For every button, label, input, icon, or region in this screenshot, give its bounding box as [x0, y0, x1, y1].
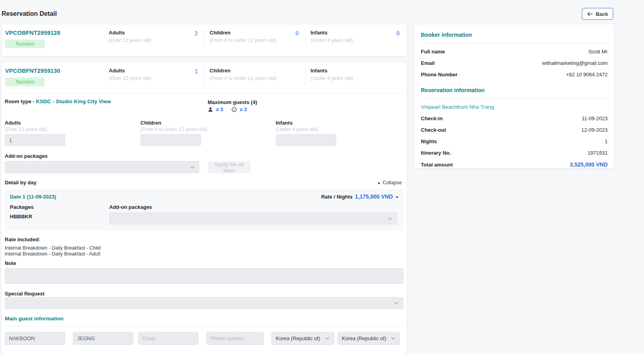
checkout-value: 12-09-2023 [581, 127, 608, 133]
children-count: 0 [295, 30, 299, 55]
special-request-label: Special Request [5, 291, 44, 297]
max-guests-label: Maximum guests (4) [208, 99, 257, 105]
back-button[interactable]: Back [582, 8, 613, 20]
back-arrow-icon [587, 11, 593, 17]
collapse-label: Collapse [383, 180, 402, 186]
nights-value: 1 [605, 138, 608, 144]
status-badge: Success [5, 78, 45, 86]
page-title: Reservation Detail [2, 10, 57, 17]
special-request-select[interactable] [5, 297, 403, 309]
chevron-down-icon [387, 216, 393, 221]
adults-sublabel: (Over 12 years old) [109, 38, 151, 43]
children-summary: Children (From 4 to under 12 years old) [205, 62, 305, 93]
day-date-label: Date 1 (11-09-2023) [10, 194, 56, 200]
infants-sublabel: (Under 4 years old) [276, 127, 318, 132]
guest-phone-input[interactable]: Phone number [206, 332, 264, 345]
addon-packages-label: Add-on packages [5, 153, 47, 159]
checkout-label: Check-out [421, 127, 446, 133]
children-label: Children [210, 68, 277, 74]
total-amount-row: Total amount 3,525,000 VND [421, 161, 608, 168]
booker-information-heading: Booker information [421, 25, 608, 38]
rate-nights-label: Rate / Nights [321, 194, 352, 200]
infants-summary: Infants (Under 4 years old) 0 [305, 25, 406, 55]
guest-nationality-select[interactable]: Korea (Republic of) [337, 332, 400, 345]
apply-all-days-button[interactable]: Apply for all days [208, 161, 250, 173]
adults-summary: Adults (Over 12 years old) 1 [104, 62, 205, 93]
children-input[interactable] [140, 134, 201, 146]
day-rate-toggle[interactable]: Rate / Nights 1,175,000 VND ▲ [321, 193, 399, 200]
addon-packages-select[interactable] [5, 161, 199, 173]
children-label: Children [140, 120, 161, 126]
guest-email-input[interactable]: Email [138, 332, 199, 345]
package-value: HBBBKR [10, 214, 32, 220]
adults-label: Adults [109, 30, 151, 36]
reservation-detail-page: Reservation Detail Back VPCOBFNT2959128 … [0, 0, 644, 354]
checkout-row: Check-out 12-09-2023 [421, 127, 608, 133]
guest-first-name-value: NAKBOON [9, 335, 35, 341]
booker-email-row: Email withallmarketing@gmail.com [421, 60, 608, 66]
phone-label: Phone Number [421, 72, 457, 78]
booking-info-panel: Booker information Full name Scott Mr Em… [415, 25, 614, 168]
collapse-toggle[interactable]: ▲ Collapse [377, 180, 402, 186]
booker-phone-row: Phone Number +82 10 9064 2472 [421, 72, 608, 78]
adults-label: Adults [109, 68, 151, 74]
children-summary: Children (From 4 to under 12 years old) … [205, 25, 305, 55]
rate-included-item: Internal Breakdown - Daily Breakfast - A… [5, 251, 100, 257]
room-type-value: KSDC - Studio King City View [36, 98, 111, 104]
infants-sublabel: (Under 4 years old) [311, 38, 353, 43]
adults-sublabel: (Over 12 years old) [5, 127, 47, 132]
infants-input[interactable] [276, 134, 336, 146]
checkin-label: Check-in [421, 115, 443, 121]
hotel-name: Vinpearl Beachfront Nha Trang [421, 104, 608, 110]
children-sublabel: (From 4 to under 12 years old) [210, 76, 277, 81]
day-addon-label: Add-on packages [109, 204, 152, 210]
guest-first-name-input[interactable]: NAKBOON [5, 332, 65, 345]
checkin-value: 11-09-2023 [581, 115, 608, 121]
total-amount-value: 3,525,000 VND [570, 161, 608, 168]
booker-fullname-row: Full name Scott Mr [421, 49, 608, 55]
main-guest-heading: Main guest information [5, 316, 64, 322]
chevron-down-icon [189, 165, 195, 170]
note-label: Note [5, 260, 16, 266]
chevron-down-icon [390, 336, 396, 341]
adults-count: 1 [195, 68, 198, 93]
reservation-code: VPCOBFNT2959128 [5, 30, 104, 36]
infants-sublabel: (Under 4 years old) [311, 76, 353, 81]
email-value: withallmarketing@gmail.com [542, 60, 608, 66]
nights-label: Nights [421, 138, 437, 144]
adults-count: 2 [195, 30, 198, 55]
divider [2, 93, 407, 94]
infants-summary: Infants (Under 4 years old) [305, 62, 406, 93]
checkin-row: Check-in 11-09-2023 [421, 115, 608, 121]
divider [421, 43, 608, 43]
divider [421, 98, 608, 98]
total-amount-label: Total amount [421, 162, 453, 168]
children-sublabel: (From 4 to under 12 years old) [210, 38, 277, 43]
packages-label: Packages [10, 204, 34, 210]
guest-last-name-input[interactable]: JEONG [73, 332, 133, 345]
itinerary-value: 1971931 [587, 150, 608, 156]
day-addon-select[interactable] [109, 212, 397, 225]
chevron-down-icon [325, 336, 330, 341]
guest-country-select[interactable]: Korea (Republic of) [271, 332, 334, 345]
adults-sublabel: (Over 12 years old) [109, 76, 151, 81]
guest-country-value: Korea (Republic of) [276, 335, 320, 341]
fullname-label: Full name [421, 49, 445, 55]
triangle-up-icon: ▲ [377, 181, 381, 185]
back-button-label: Back [596, 11, 608, 17]
adults-input[interactable]: 1 [5, 134, 65, 146]
reservation-code: VPCOBFNT2959130 [5, 68, 104, 74]
fullname-value: Scott Mr [589, 49, 608, 55]
rate-included-item: Internal Breakdown - Daily Breakfast - C… [5, 245, 100, 251]
chevron-down-icon [394, 300, 399, 306]
day-detail-panel: Date 1 (11-09-2023) Rate / Nights 1,175,… [5, 189, 403, 231]
nights-row: Nights 1 [421, 138, 608, 144]
adult-max-count: x 3 [216, 106, 223, 112]
note-textarea[interactable] [5, 268, 403, 284]
infants-count: 0 [396, 30, 400, 55]
child-max-count: x 2 [240, 106, 247, 112]
reservation-card-1: VPCOBFNT2959128 Success Adults (Over 12 … [2, 25, 407, 56]
children-label: Children [210, 30, 277, 36]
guest-nationality-value: Korea (Republic of) [342, 335, 386, 341]
adult-person-icon [208, 107, 213, 112]
